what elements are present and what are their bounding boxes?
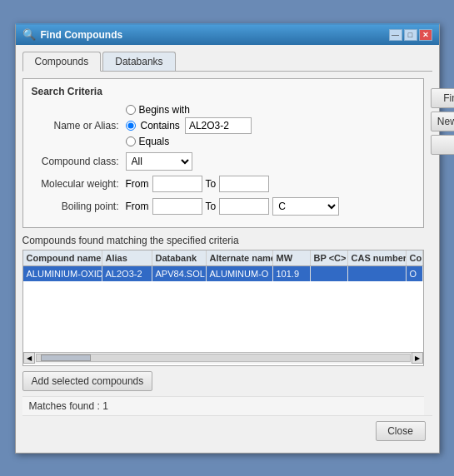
new-search-button[interactable]: New Search: [431, 112, 455, 131]
results-table: Compound name Alias Databank Alternate n…: [22, 250, 424, 366]
window-content: Compounds Databanks Search Criteria Name…: [16, 45, 439, 453]
add-selected-button[interactable]: Add selected compounds: [22, 371, 153, 391]
th-alias: Alias: [102, 250, 152, 265]
th-alternate-name: Alternate name: [207, 250, 273, 265]
scroll-thumb[interactable]: [41, 355, 91, 361]
left-area: Search Criteria Name or Alias: Begins wi…: [22, 78, 424, 415]
boiling-point-row: Boiling point: From To C F K: [32, 197, 415, 216]
bp-to-input[interactable]: [219, 198, 269, 215]
find-compounds-window: 🔍 Find Compounds — □ ✕ Compounds Databan…: [15, 23, 440, 454]
mw-to-label: To: [206, 178, 217, 190]
molecular-weight-row: Molecular weight: From To: [32, 176, 415, 192]
search-criteria-group: Search Criteria Name or Alias: Begins wi…: [22, 78, 424, 228]
th-extra: Co: [407, 250, 423, 265]
td-alias: AL2O3-2: [102, 266, 152, 281]
scroll-left-arrow[interactable]: ◀: [23, 352, 35, 364]
tab-databanks[interactable]: Databanks: [102, 52, 175, 71]
tab-bar: Compounds Databanks: [22, 52, 432, 72]
right-area: Find Now New Search Help: [431, 78, 455, 415]
table-header: Compound name Alias Databank Alternate n…: [23, 250, 423, 266]
mw-from-label: From: [126, 178, 149, 190]
compound-class-select[interactable]: All: [126, 152, 192, 171]
footer-bar: Close: [22, 415, 432, 446]
contains-label: Contains: [141, 120, 180, 131]
title-bar-left: 🔍 Find Compounds: [22, 28, 123, 41]
mw-from-input[interactable]: [152, 176, 202, 192]
bp-from-input[interactable]: [152, 198, 202, 215]
contains-radio[interactable]: [126, 121, 136, 131]
name-alias-row: Name or Alias: Begins with Contains: [32, 104, 415, 147]
begins-with-radio[interactable]: [126, 105, 136, 115]
table-row[interactable]: ALUMINIUM-OXID AL2O3-2 APV84.SOL ALUMINU…: [23, 266, 423, 281]
td-databank: APV84.SOL: [152, 266, 207, 281]
th-compound-name: Compound name: [23, 250, 102, 265]
matches-bar: Matches found : 1: [22, 396, 424, 415]
begins-with-row: Begins with: [126, 104, 252, 116]
compound-class-label: Compound class:: [32, 156, 119, 167]
temperature-unit-select[interactable]: C F K: [272, 197, 339, 216]
th-cas: CAS number: [348, 250, 407, 265]
molecular-weight-label: Molecular weight:: [32, 178, 119, 190]
bp-to-label: To: [206, 201, 217, 212]
help-button[interactable]: Help: [431, 135, 455, 155]
begins-with-label: Begins with: [139, 104, 190, 116]
scroll-track[interactable]: [36, 354, 411, 362]
equals-label: Equals: [139, 136, 170, 147]
td-cas: [348, 266, 407, 281]
boiling-point-label: Boiling point:: [32, 201, 119, 212]
td-compound-name: ALUMINIUM-OXID: [23, 266, 102, 281]
name-alias-label: Name or Alias:: [32, 120, 119, 131]
close-button[interactable]: Close: [376, 421, 426, 441]
td-mw: 101.9: [273, 266, 311, 281]
compound-class-row: Compound class: All: [32, 152, 415, 171]
scroll-right-arrow[interactable]: ▶: [412, 352, 423, 364]
th-databank: Databank: [152, 250, 207, 265]
th-bp: BP <C>: [311, 250, 348, 265]
equals-row: Equals: [126, 136, 252, 147]
td-extra: O: [407, 266, 423, 281]
th-mw: MW: [273, 250, 311, 265]
find-now-button[interactable]: Find Now: [431, 88, 455, 108]
search-type-radio-group: Begins with Contains Equals: [126, 104, 252, 147]
molecular-weight-inputs: From To: [126, 176, 270, 192]
td-bp: [311, 266, 348, 281]
empty-table-space: [23, 281, 423, 352]
results-label: Compounds found matching the specified c…: [22, 235, 424, 246]
equals-radio[interactable]: [126, 136, 136, 146]
results-section: Compounds found matching the specified c…: [22, 235, 424, 366]
maximize-button[interactable]: □: [404, 29, 417, 41]
contains-input[interactable]: [185, 117, 252, 134]
minimize-button[interactable]: —: [389, 29, 402, 41]
mw-to-input[interactable]: [219, 176, 269, 192]
title-bar: 🔍 Find Compounds — □ ✕: [16, 25, 439, 45]
tab-compounds[interactable]: Compounds: [22, 52, 102, 72]
group-title: Search Criteria: [32, 86, 415, 97]
td-alternate-name: ALUMINUM-O: [207, 266, 273, 281]
main-content: Search Criteria Name or Alias: Begins wi…: [22, 78, 432, 415]
contains-row: Contains: [126, 117, 252, 134]
boiling-point-inputs: From To C F K: [126, 197, 340, 216]
horizontal-scrollbar[interactable]: ◀ ▶: [23, 352, 423, 364]
window-title: Find Compounds: [41, 29, 123, 41]
bp-from-label: From: [126, 201, 149, 212]
matches-text: Matches found : 1: [29, 400, 108, 412]
window-icon: 🔍: [22, 28, 36, 41]
bottom-bar: Add selected compounds: [22, 371, 424, 391]
title-controls: — □ ✕: [389, 29, 432, 41]
window-close-button[interactable]: ✕: [419, 29, 432, 41]
